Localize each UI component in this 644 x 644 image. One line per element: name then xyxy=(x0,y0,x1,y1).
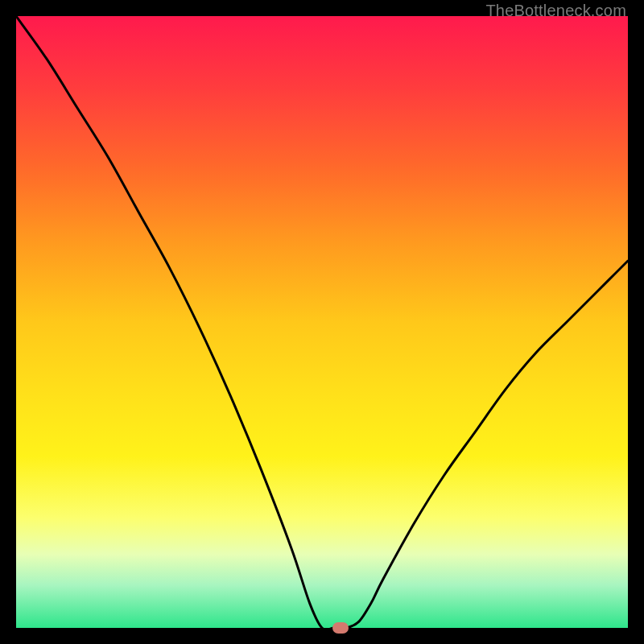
curve-layer xyxy=(16,16,628,628)
bottleneck-curve xyxy=(16,16,628,628)
optimal-point-marker xyxy=(332,622,349,634)
chart-container: TheBottleneck.com xyxy=(0,0,644,644)
